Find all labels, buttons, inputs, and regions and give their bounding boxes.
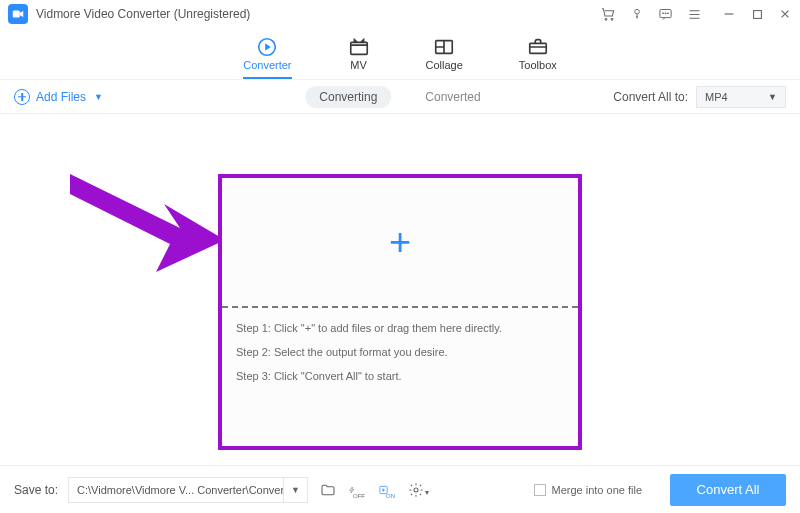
svg-point-1 [605, 18, 607, 20]
tab-converted[interactable]: Converted [411, 86, 494, 108]
add-files-button[interactable]: Add Files ▼ [14, 89, 103, 105]
svg-point-2 [611, 18, 613, 20]
tab-label: Converter [243, 59, 291, 71]
content-area: + Step 1: Click "+" to add files or drag… [0, 114, 800, 465]
key-icon[interactable] [630, 7, 644, 21]
titlebar: Vidmore Video Converter (Unregistered) [0, 0, 800, 28]
tab-collage[interactable]: Collage [426, 37, 463, 79]
step-text: Step 1: Click "+" to add files or drag t… [236, 322, 564, 334]
svg-rect-12 [530, 43, 547, 53]
svg-point-3 [635, 9, 640, 14]
svg-rect-10 [350, 42, 367, 54]
save-path-dropdown[interactable]: ▼ [283, 478, 307, 502]
tab-label: Toolbox [519, 59, 557, 71]
chevron-down-icon: ▼ [768, 92, 777, 102]
dropzone[interactable]: + Step 1: Click "+" to add files or drag… [218, 174, 582, 450]
maximize-icon[interactable] [750, 7, 764, 21]
converter-icon [256, 37, 278, 57]
toolbox-icon [527, 37, 549, 57]
plus-circle-icon [14, 89, 30, 105]
high-speed-icon[interactable]: ON [378, 480, 398, 500]
tab-label: Collage [426, 59, 463, 71]
app-title: Vidmore Video Converter (Unregistered) [36, 7, 250, 21]
tab-label: MV [350, 59, 367, 71]
save-path-box: C:\Vidmore\Vidmore V... Converter\Conver… [68, 477, 308, 503]
main-nav: Converter MV Collage Toolbox [0, 28, 800, 80]
close-icon[interactable] [778, 7, 792, 21]
mv-icon [348, 37, 370, 57]
save-to-label: Save to: [14, 483, 58, 497]
app-logo-icon [8, 4, 28, 24]
merge-label: Merge into one file [552, 484, 643, 496]
checkbox-icon [534, 484, 546, 496]
merge-checkbox[interactable]: Merge into one file [534, 484, 643, 496]
step-text: Step 3: Click "Convert All" to start. [236, 370, 564, 382]
convert-all-button[interactable]: Convert All [670, 474, 786, 506]
save-path-value: C:\Vidmore\Vidmore V... Converter\Conver… [69, 484, 283, 496]
tab-toolbox[interactable]: Toolbox [519, 37, 557, 79]
titlebar-tray [600, 6, 706, 22]
feedback-icon[interactable] [658, 7, 673, 22]
convert-all-label: Convert All [697, 482, 760, 497]
tab-converter[interactable]: Converter [243, 37, 291, 79]
chevron-down-icon: ▼ [94, 92, 103, 102]
tab-converting[interactable]: Converting [305, 86, 391, 108]
output-format-select[interactable]: MP4 ▼ [696, 86, 786, 108]
svg-point-14 [414, 488, 418, 492]
add-files-label: Add Files [36, 90, 86, 104]
svg-rect-8 [753, 10, 761, 18]
dropzone-steps: Step 1: Click "+" to add files or drag t… [222, 308, 578, 396]
cart-icon[interactable] [600, 6, 616, 22]
bottom-bar: Save to: C:\Vidmore\Vidmore V... Convert… [0, 465, 800, 513]
svg-point-5 [663, 12, 664, 13]
dropzone-top: + [222, 178, 578, 306]
step-text: Step 2: Select the output format you des… [236, 346, 564, 358]
add-files-plus-icon[interactable]: + [389, 223, 411, 261]
convert-all-to-label: Convert All to: [613, 90, 688, 104]
tab-mv[interactable]: MV [348, 37, 370, 79]
menu-icon[interactable] [687, 7, 702, 22]
collage-icon [433, 37, 455, 57]
svg-point-6 [665, 12, 666, 13]
hardware-accel-icon[interactable]: OFF [348, 480, 368, 500]
window-controls [722, 7, 792, 21]
annotation-arrow-icon [60, 164, 230, 284]
settings-icon[interactable]: ▾ [408, 480, 428, 500]
minimize-icon[interactable] [722, 7, 736, 21]
format-value: MP4 [705, 91, 728, 103]
svg-rect-0 [13, 11, 20, 18]
sub-toolbar: Add Files ▼ Converting Converted Convert… [0, 80, 800, 114]
open-folder-icon[interactable] [318, 480, 338, 500]
svg-point-7 [668, 12, 669, 13]
